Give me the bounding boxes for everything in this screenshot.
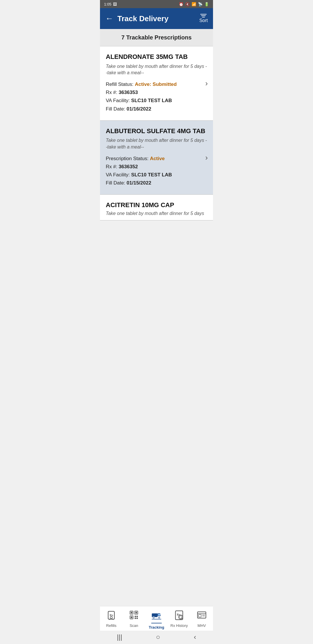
rx-number-1: Rx #: 3636353 [106,89,207,96]
sort-button[interactable]: Sort [199,14,208,23]
rx-instructions-3: Take one tablet by mouth after dinner fo… [106,211,207,216]
mute-icon: 🔇 [185,2,190,6]
status-time: 1:05 [104,2,111,6]
summary-bar: 7 Trackable Prescriptions [100,29,213,46]
rx-status-1: Refill Status: Active: Submitted [106,81,207,88]
rx-instructions-1: Take one tablet by mouth after dinner fo… [106,63,207,76]
rx-name-3: ACITRETIN 10MG CAP [106,201,207,209]
alarm-icon: ⏰ [179,2,183,6]
sort-icon [200,14,207,17]
chevron-right-icon-2: › [205,153,208,162]
wifi-icon: 📶 [192,2,196,6]
rx-name-2: ALBUTEROL SULFATE 4MG TAB [106,127,207,135]
status-bar-left: 1:05 🖼 [104,2,117,6]
back-button[interactable]: ← [105,15,113,23]
prescriptions-list: ALENDRONATE 35MG TAB Take one tablet by … [100,46,213,220]
rx-status-value-1: Active: Submitted [135,82,177,87]
rx-facility-2: VA Facility: SLC10 TEST LAB [106,172,207,178]
rx-card-3-partial[interactable]: ACITRETIN 10MG CAP Take one tablet by mo… [100,195,213,220]
sort-label: Sort [199,18,208,23]
header: ← Track Delivery Sort [100,8,213,29]
header-left: ← Track Delivery [105,14,168,23]
rx-facility-1: VA Facility: SLC10 TEST LAB [106,97,207,104]
rx-filldate-1: Fill Date: 01/16/2022 [106,106,207,112]
rx-status-2: Prescription Status: Active [106,155,207,162]
rx-card-1[interactable]: ALENDRONATE 35MG TAB Take one tablet by … [100,46,213,121]
chevron-right-icon-1: › [205,79,208,88]
status-bar-right: ⏰ 🔇 📶 📡 🔋 [179,2,209,6]
rx-number-2: Rx #: 3636352 [106,164,207,170]
battery-icon: 🔋 [204,2,209,6]
rx-status-value-2: Active [150,156,165,161]
rx-filldate-2: Fill Date: 01/15/2022 [106,180,207,186]
rx-instructions-2: Take one tablet by mouth after dinner fo… [106,137,207,150]
rx-name-1: ALENDRONATE 35MG TAB [106,53,207,61]
summary-text: 7 Trackable Prescriptions [121,34,192,41]
rx-details-1: Refill Status: Active: Submitted Rx #: 3… [106,81,207,112]
status-bar: 1:05 🖼 ⏰ 🔇 📶 📡 🔋 [100,0,213,8]
rx-card-2[interactable]: ALBUTEROL SULFATE 4MG TAB Take one table… [100,121,213,195]
page-title: Track Delivery [117,14,168,23]
signal-icon: 📡 [198,2,203,6]
rx-details-2: Prescription Status: Active Rx #: 363635… [106,155,207,186]
photo-icon: 🖼 [113,2,117,6]
